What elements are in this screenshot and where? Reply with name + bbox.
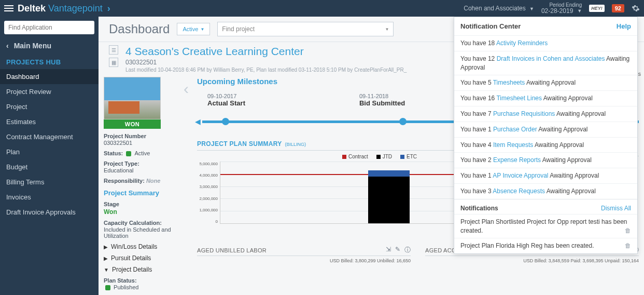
- menu-icon[interactable]: [4, 4, 13, 13]
- help-link[interactable]: Help: [617, 22, 631, 30]
- notification-item[interactable]: You have 12 Draft Invoices in Cohen and …: [454, 51, 637, 75]
- label-project-type: Project Type:: [104, 160, 181, 167]
- find-application-input[interactable]: [4, 21, 94, 34]
- hey-badge[interactable]: HEY!: [589, 5, 605, 12]
- company-dropdown[interactable]: Cohen and Associates ▼: [464, 5, 534, 12]
- y-axis: 5,000,0004,000,0003,000,0002,000,0001,00…: [197, 162, 220, 224]
- brand-chevron-icon: ›: [107, 3, 110, 14]
- notification-link[interactable]: AP Invoice Approval: [493, 172, 548, 179]
- caret-down-icon: ▼: [385, 27, 389, 32]
- triangle-down-icon: ▼: [104, 267, 109, 273]
- project-meta-panel: WON Project Number 030322501 Status: Act…: [104, 77, 181, 295]
- project-modified: Last modified 10-04-2018 6:46 PM by Will…: [125, 67, 407, 73]
- project-number-top: 030322501: [125, 59, 407, 66]
- chart-title: PROJECT PLAN SUMMARY: [197, 140, 282, 148]
- notification-link[interactable]: Absence Requests: [493, 187, 545, 195]
- period-ending[interactable]: Period Ending 02-28-2019 ▼: [541, 2, 582, 15]
- label-responsibility: Responsibility: None: [104, 178, 181, 184]
- project-image: [104, 77, 161, 119]
- notification-item[interactable]: You have 18 Activity Reminders: [454, 35, 637, 51]
- caret-down-icon: ▼: [200, 27, 204, 32]
- brand[interactable]: Deltek Vantagepoint ›: [18, 3, 110, 14]
- value-stage: Won: [104, 208, 181, 216]
- nav-project-review[interactable]: Project Review: [0, 84, 99, 99]
- notification-link[interactable]: Activity Reminders: [496, 39, 548, 47]
- milestone-item: 09-10-2017 Actual Start: [207, 93, 245, 107]
- nav-billing-terms[interactable]: Billing Terms: [0, 175, 99, 190]
- gear-icon[interactable]: [632, 4, 640, 12]
- timeline-handle[interactable]: [222, 118, 229, 125]
- page-title: Dashboard: [109, 22, 170, 36]
- main-menu-button[interactable]: ‹ Main Menu: [0, 38, 99, 53]
- triangle-right-icon: ▶: [104, 244, 108, 250]
- notification-link[interactable]: Expense Reports: [493, 156, 541, 164]
- value-plan-status: Published: [104, 284, 181, 290]
- title-icons: ☰ ▦: [109, 45, 118, 67]
- info-icon[interactable]: ⓘ: [404, 246, 411, 254]
- topbar-right: Cohen and Associates ▼ Period Ending 02-…: [464, 2, 640, 15]
- notification-item[interactable]: You have 7 Purchase Requisitions Awaitin…: [454, 106, 637, 122]
- caret-down-icon: ▼: [529, 6, 534, 11]
- notification-link[interactable]: Purchase Requisitions: [493, 110, 555, 117]
- project-title[interactable]: 4 Season's Creative Learning Center: [125, 45, 407, 58]
- notification-center-title: Notification Center: [460, 22, 521, 30]
- notification-news-item: Project Plan Florida High Reg has been c…: [454, 238, 637, 253]
- timeline-prev-icon[interactable]: ◀: [195, 117, 201, 126]
- project-summary-link[interactable]: Project Summary: [104, 189, 181, 197]
- trash-icon[interactable]: 🗑: [625, 242, 631, 250]
- notification-link[interactable]: Purchase Order: [493, 126, 537, 133]
- value-capacity: Included in Scheduled and Utilization: [104, 226, 181, 239]
- notification-count-badge[interactable]: 92: [612, 4, 624, 12]
- notification-center-panel: Notification Center Help You have 18 Act…: [454, 17, 638, 254]
- notification-news-item: Project Plan Shortlisted Project for Opp…: [454, 214, 637, 238]
- project-thumbnail[interactable]: WON: [104, 77, 161, 129]
- notification-item[interactable]: You have 3 Absence Requests Awaiting App…: [454, 183, 637, 199]
- nav-project[interactable]: Project: [0, 99, 99, 114]
- grid-icon[interactable]: ▦: [109, 58, 118, 67]
- notification-item[interactable]: You have 16 Timesheet Lines Awaiting App…: [454, 90, 637, 106]
- nav-dashboard[interactable]: Dashboard: [0, 69, 99, 84]
- nav-invoices[interactable]: Invoices: [0, 190, 99, 205]
- label-capacity: Capacity Calculation:: [104, 220, 181, 226]
- triangle-right-icon: ▶: [104, 256, 108, 261]
- expander-pursuit[interactable]: ▶Pursuit Details: [104, 254, 181, 262]
- nav-plan[interactable]: Plan: [0, 144, 99, 159]
- notification-link[interactable]: Timesheet Lines: [496, 95, 542, 102]
- value-project-type: Educational: [104, 167, 181, 173]
- timeline-handle[interactable]: [399, 118, 407, 125]
- trash-icon[interactable]: 🗑: [625, 226, 631, 235]
- expand-icon[interactable]: ⇲: [386, 246, 391, 254]
- sidebar: ‹ Main Menu PROJECTS HUB Dashboard Proje…: [0, 17, 99, 295]
- notification-item[interactable]: You have 4 Item Requests Awaiting Approv…: [454, 137, 637, 153]
- dismiss-all-link[interactable]: Dismiss All: [601, 205, 631, 212]
- hub-title: PROJECTS HUB: [0, 53, 99, 69]
- nav-budget[interactable]: Budget: [0, 159, 99, 175]
- notification-link[interactable]: Draft Invoices in Cohen and Associates: [497, 55, 605, 62]
- notifications-subtitle: Notifications: [460, 205, 498, 212]
- bar-etc-segment: [368, 170, 410, 177]
- status-dot-icon: [105, 285, 110, 290]
- notification-link[interactable]: Item Requests: [493, 141, 533, 149]
- notification-link[interactable]: Timesheets: [493, 79, 525, 86]
- brand-name-b: Vantagepoint: [48, 3, 103, 14]
- expander-winloss[interactable]: ▶Win/Loss Details: [104, 243, 181, 250]
- edit-icon[interactable]: ✎: [395, 246, 400, 254]
- nav-draft-invoice-approvals[interactable]: Draft Invoice Approvals: [0, 205, 99, 220]
- caret-down-icon: ▼: [577, 9, 582, 14]
- won-badge: WON: [104, 119, 161, 129]
- status-filter-dropdown[interactable]: Active ▼: [177, 23, 210, 35]
- label-plan-status: Plan Status:: [104, 277, 181, 284]
- collapse-left-icon[interactable]: ‹: [184, 80, 189, 98]
- label-project-number: Project Number: [104, 133, 181, 139]
- status-dot-icon: [126, 151, 131, 156]
- list-icon[interactable]: ☰: [109, 45, 118, 55]
- expander-project-details[interactable]: ▼Project Details: [104, 266, 181, 273]
- find-project-input[interactable]: Find project ▼: [217, 22, 394, 36]
- notification-item[interactable]: You have 5 Timesheets Awaiting Approval: [454, 75, 637, 90]
- notification-item[interactable]: You have 1 Purchase Order Awaiting Appro…: [454, 122, 637, 137]
- nav-contract-management[interactable]: Contract Management: [0, 129, 99, 144]
- aged-unbilled-labor: AGED UNBILLED LABOR ⇲ ✎ ⓘ USD Billed: 3,…: [197, 246, 411, 263]
- nav-estimates[interactable]: Estimates: [0, 114, 99, 129]
- notification-item[interactable]: You have 1 AP Invoice Approval Awaiting …: [454, 168, 637, 183]
- notification-item[interactable]: You have 2 Expense Reports Awaiting Appr…: [454, 152, 637, 168]
